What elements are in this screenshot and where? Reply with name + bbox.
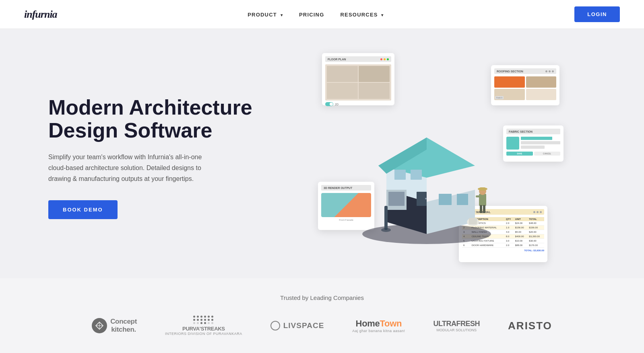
svg-rect-13 — [388, 192, 405, 206]
svg-rect-17 — [480, 187, 485, 191]
book-demo-button[interactable]: BOOK DEMO — [48, 200, 118, 219]
logos-row: Concept kitchen. PURVA'STREAKS INTERIORS… — [24, 316, 620, 336]
trusted-section: Trusted by Leading Companies Concept kit… — [0, 278, 644, 353]
logo-purva-streaks: PURVA'STREAKS INTERIORS DIVISION OF PURA… — [165, 316, 242, 336]
navbar: infurnia PRODUCT ▾ PRICING RESOURCES ▾ L… — [0, 0, 644, 29]
nav-item-resources[interactable]: RESOURCES ▾ — [341, 11, 384, 18]
ultrafresh-text: ULTRAFRESH — [433, 320, 480, 328]
ultrafresh-content: ULTRAFRESH MODULAR SOLUTIONS — [433, 320, 480, 332]
svg-rect-18 — [480, 205, 482, 213]
logo-concept-kitchen: Concept kitchen. — [92, 318, 137, 334]
livspace-icon — [270, 321, 280, 330]
svg-rect-20 — [476, 195, 480, 197]
hometown-text: HomeTown — [352, 318, 405, 329]
concept-kitchen-icon — [92, 318, 107, 333]
logo-ultrafresh: ULTRAFRESH MODULAR SOLUTIONS — [433, 320, 480, 332]
logo-livspace: LIVSPACE — [270, 321, 324, 330]
svg-rect-24 — [469, 218, 477, 224]
hero-title: Modern Architecture Design Software — [48, 96, 258, 142]
svg-rect-6 — [394, 170, 406, 180]
svg-rect-9 — [457, 194, 468, 205]
nav-link-pricing[interactable]: PRICING — [299, 12, 324, 18]
hero-section: Modern Architecture Design Software Simp… — [0, 29, 644, 278]
svg-rect-19 — [483, 205, 485, 213]
nav-links: PRODUCT ▾ PRICING RESOURCES ▾ — [248, 11, 384, 18]
ultrafresh-sub: MODULAR SOLUTIONS — [433, 328, 480, 332]
dots-grid — [193, 316, 214, 324]
svg-rect-14 — [479, 194, 486, 206]
fabric-card: FABRIC SECTION SAVE CANCEL — [503, 125, 564, 162]
hero-content: Modern Architecture Design Software Simp… — [48, 96, 258, 220]
hero-illustration: FLOOR PLAN — [258, 53, 620, 262]
svg-rect-21 — [384, 206, 388, 230]
purva-sub: INTERIORS DIVISION OF PURAVANKARA — [165, 332, 242, 336]
logo: infurnia — [24, 8, 57, 21]
hometown-sub: Aaj ghar banana kitna aasan! — [352, 329, 405, 333]
livspace-text: LIVSPACE — [283, 321, 324, 330]
login-button[interactable]: LOGIN — [574, 6, 620, 22]
svg-rect-8 — [439, 194, 452, 205]
concept-kitchen-text2: kitchen. — [110, 326, 137, 334]
logo-aristo: ARISTO — [508, 320, 552, 332]
nav-item-product[interactable]: PRODUCT ▾ — [248, 11, 283, 18]
logo-hometown: HomeTown Aaj ghar banana kitna aasan! — [352, 318, 405, 333]
chevron-down-icon: ▾ — [281, 13, 283, 17]
chevron-down-icon: ▾ — [381, 13, 384, 17]
svg-point-11 — [425, 198, 427, 199]
concept-kitchen-text: Concept — [110, 318, 137, 326]
trusted-label: Trusted by Leading Companies — [24, 294, 620, 301]
svg-rect-7 — [411, 170, 422, 180]
nav-item-pricing[interactable]: PRICING — [299, 11, 324, 18]
nav-link-product[interactable]: PRODUCT ▾ — [248, 12, 283, 18]
hero-subtitle: Simplify your team's workflow with Infur… — [48, 152, 217, 185]
nav-link-resources[interactable]: RESOURCES ▾ — [341, 12, 384, 18]
ck-svg — [95, 321, 104, 330]
illustration-wrapper: FLOOR PLAN — [314, 53, 564, 262]
purva-streaks-dots: PURVA'STREAKS INTERIORS DIVISION OF PURA… — [165, 316, 242, 336]
aristo-text: ARISTO — [508, 320, 552, 332]
svg-point-22 — [381, 228, 391, 232]
house-illustration — [354, 85, 499, 246]
hometown-content: HomeTown Aaj ghar banana kitna aasan! — [352, 318, 405, 333]
purva-text: PURVA'STREAKS — [182, 326, 225, 332]
roofing-card: ROOFING SECTION Field A — [491, 65, 559, 105]
